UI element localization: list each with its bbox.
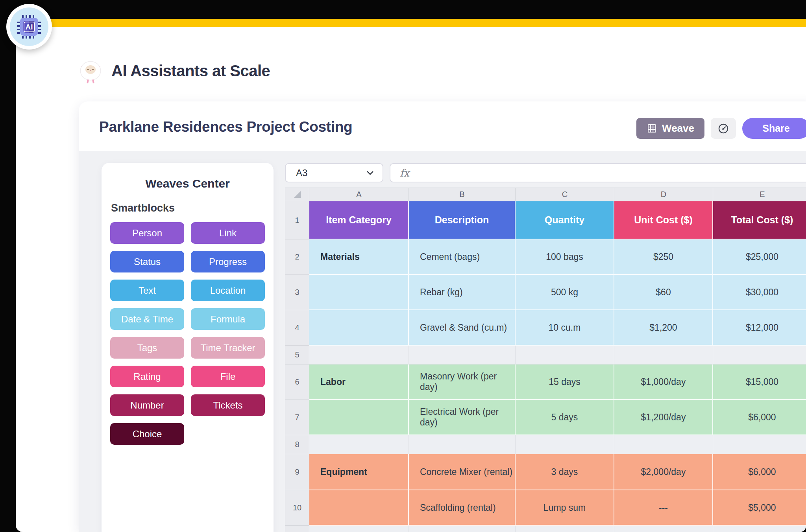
cell-B11[interactable]	[409, 526, 516, 532]
share-button[interactable]: Share	[742, 118, 806, 139]
cell-B1[interactable]: Description	[409, 201, 516, 239]
smartblock-location[interactable]: Location	[191, 280, 265, 301]
card-header: Parklane Residences Project Costing Weav…	[79, 101, 806, 151]
cell-E7[interactable]: $6,000	[713, 400, 806, 435]
row-number-5[interactable]: 5	[285, 346, 309, 364]
row-number-10[interactable]: 10	[285, 490, 309, 526]
cell-A3[interactable]	[309, 275, 409, 310]
smartblock-choice[interactable]: Choice	[110, 423, 184, 445]
weaves-center-panel: Weaves Center Smartblocks PersonLinkStat…	[102, 163, 274, 532]
cell-C3[interactable]: 500 kg	[516, 275, 614, 310]
smartblock-tickets[interactable]: Tickets	[191, 394, 265, 416]
cell-D10[interactable]: ---	[614, 490, 713, 526]
cell-C11[interactable]	[516, 526, 614, 532]
cell-B6[interactable]: Masonry Work (per day)	[409, 364, 516, 400]
smartblock-link[interactable]: Link	[191, 222, 265, 244]
row-number-1[interactable]: 1	[285, 201, 309, 239]
cell-B4[interactable]: Gravel & Sand (cu.m)	[409, 310, 516, 346]
column-letter-E[interactable]: E	[713, 188, 806, 201]
cell-D11[interactable]	[614, 526, 713, 532]
cell-D5[interactable]	[614, 346, 713, 364]
cell-C8[interactable]	[516, 435, 614, 454]
formula-input[interactable]: fx	[390, 163, 806, 182]
cell-E11[interactable]	[713, 526, 806, 532]
cell-B3[interactable]: Rebar (kg)	[409, 275, 516, 310]
row-number-6[interactable]: 6	[285, 364, 309, 400]
cell-A1[interactable]: Item Category	[309, 201, 409, 239]
row-number-3[interactable]: 3	[285, 275, 309, 310]
cell-D2[interactable]: $250	[614, 239, 713, 275]
cell-E10[interactable]: $5,000	[713, 490, 806, 526]
cell-E1[interactable]: Total Cost ($)	[713, 201, 806, 239]
cell-D4[interactable]: $1,200	[614, 310, 713, 346]
column-letter-C[interactable]: C	[516, 188, 614, 201]
cell-C2[interactable]: 100 bags	[516, 239, 614, 275]
smartblock-number[interactable]: Number	[110, 394, 184, 416]
smartblock-tags[interactable]: Tags	[110, 337, 184, 359]
smartblock-date-time[interactable]: Date & Time	[110, 308, 184, 330]
cell-E4[interactable]: $12,000	[713, 310, 806, 346]
cell-C1[interactable]: Quantity	[516, 201, 614, 239]
cell-A9[interactable]: Equipment	[309, 454, 409, 490]
row-number-9[interactable]: 9	[285, 454, 309, 490]
smartblock-progress[interactable]: Progress	[191, 251, 265, 272]
cell-C4[interactable]: 10 cu.m	[516, 310, 614, 346]
cell-C9[interactable]: 3 days	[516, 454, 614, 490]
smartblock-status[interactable]: Status	[110, 251, 184, 272]
cell-A4[interactable]	[309, 310, 409, 346]
cell-C7[interactable]: 5 days	[516, 400, 614, 435]
cell-C10[interactable]: Lump sum	[516, 490, 614, 526]
cell-D6[interactable]: $1,000/day	[614, 364, 713, 400]
row-number-2[interactable]: 2	[285, 239, 309, 275]
cell-D3[interactable]: $60	[614, 275, 713, 310]
cell-A6[interactable]: Labor	[309, 364, 409, 400]
cell-E2[interactable]: $25,000	[713, 239, 806, 275]
cell-A8[interactable]	[309, 435, 409, 454]
toolbar: Weave Share	[636, 118, 806, 139]
cell-B7[interactable]: Electrical Work (per day)	[409, 400, 516, 435]
cell-B2[interactable]: Cement (bags)	[409, 239, 516, 275]
row-number-8[interactable]: 8	[285, 435, 309, 454]
cell-E6[interactable]: $15,000	[713, 364, 806, 400]
page-title: Parklane Residences Project Costing	[99, 119, 352, 135]
cell-E3[interactable]: $30,000	[713, 275, 806, 310]
chevron-down-icon	[366, 168, 375, 177]
cell-B10[interactable]: Scaffolding (rental)	[409, 490, 516, 526]
cell-E9[interactable]: $6,000	[713, 454, 806, 490]
column-letter-B[interactable]: B	[409, 188, 516, 201]
column-letter-D[interactable]: D	[614, 188, 713, 201]
cell-A5[interactable]	[309, 346, 409, 364]
cell-reference-dropdown[interactable]: A3	[285, 163, 383, 182]
cell-A10[interactable]	[309, 490, 409, 526]
smartblock-file[interactable]: File	[191, 366, 265, 387]
cell-E5[interactable]	[713, 346, 806, 364]
cell-A7[interactable]	[309, 400, 409, 435]
cell-C5[interactable]	[516, 346, 614, 364]
cell-E8[interactable]	[713, 435, 806, 454]
weave-button[interactable]: Weave	[636, 118, 704, 139]
row-number-11[interactable]: 11	[285, 526, 309, 532]
smartblock-rating[interactable]: Rating	[110, 366, 184, 387]
cell-A11[interactable]	[309, 526, 409, 532]
cell-B5[interactable]	[409, 346, 516, 364]
app-logo[interactable]: AI	[6, 4, 52, 50]
smartblock-time-tracker[interactable]: Time Tracker	[191, 337, 265, 359]
cell-B9[interactable]: Concrete Mixer (rental)	[409, 454, 516, 490]
cell-C6[interactable]: 15 days	[516, 364, 614, 400]
smartblock-person[interactable]: Person	[110, 222, 184, 244]
cell-reference-value: A3	[296, 168, 366, 179]
top-accent-bar	[16, 19, 806, 27]
row-number-7[interactable]: 7	[285, 400, 309, 435]
gauge-button[interactable]	[711, 118, 736, 139]
column-letter-A[interactable]: A	[309, 188, 409, 201]
smartblock-text[interactable]: Text	[110, 280, 184, 301]
select-all-corner[interactable]	[285, 188, 309, 201]
cell-D8[interactable]	[614, 435, 713, 454]
row-number-4[interactable]: 4	[285, 310, 309, 346]
cell-D9[interactable]: $2,000/day	[614, 454, 713, 490]
cell-A2[interactable]: Materials	[309, 239, 409, 275]
cell-D1[interactable]: Unit Cost ($)	[614, 201, 713, 239]
cell-B8[interactable]	[409, 435, 516, 454]
smartblock-formula[interactable]: Formula	[191, 308, 265, 330]
cell-D7[interactable]: $1,200/day	[614, 400, 713, 435]
